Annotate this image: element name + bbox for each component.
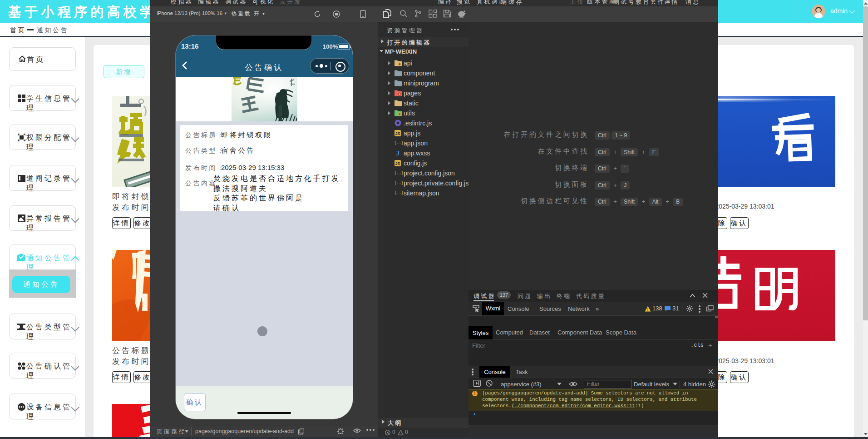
svg-text:JS: JS <box>395 131 400 136</box>
svg-text:3: 3 <box>395 150 399 156</box>
svg-text:JS: JS <box>395 161 400 166</box>
